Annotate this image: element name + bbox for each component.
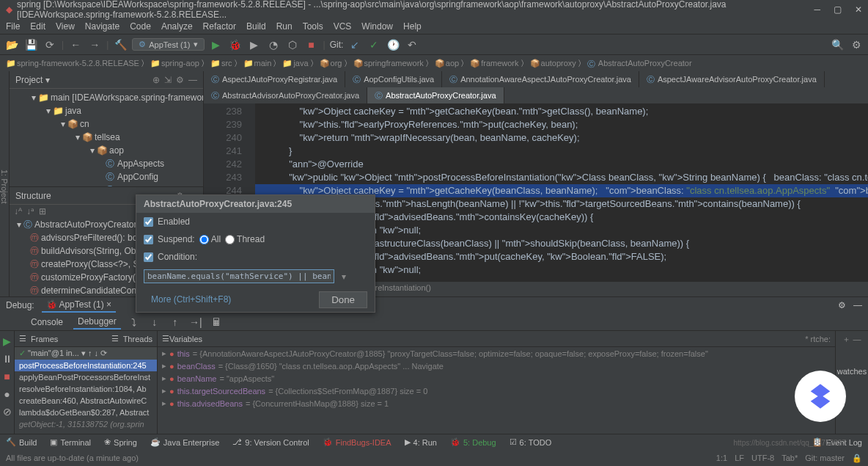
menu-build[interactable]: Build (246, 21, 266, 32)
stop-icon[interactable]: ■ (304, 37, 319, 52)
tw-terminal[interactable]: ▣ Terminal (50, 437, 91, 447)
debugger-tab[interactable]: Debugger (73, 315, 121, 330)
stop-icon[interactable]: ■ (0, 369, 15, 384)
tw-todo[interactable]: ☑ 6: TODO (510, 437, 552, 447)
collapse-icon[interactable]: ⇲ (164, 75, 172, 85)
step-out-icon[interactable]: ↑ (168, 315, 183, 330)
debug-session-tab[interactable]: 🐞 AppTest (1) × (42, 298, 116, 313)
enabled-checkbox[interactable] (144, 217, 153, 227)
suspend-all-radio[interactable] (199, 235, 209, 244)
tw-findbugs[interactable]: 🐞 FindBugs-IDEA (323, 437, 391, 447)
tw-run[interactable]: ▶ 4: Run (405, 437, 437, 447)
run-to-cursor-icon[interactable]: →| (188, 315, 203, 330)
bc-root[interactable]: 📁spring-framework-5.2.8.RELEASE (6, 59, 139, 68)
tree-tellsea[interactable]: ▾📦tellsea (10, 131, 203, 144)
menu-window[interactable]: Window (361, 21, 393, 32)
tree-file[interactable]: ⒸAppConfig (10, 170, 203, 183)
console-tab[interactable]: Console (26, 316, 67, 329)
bc-ap[interactable]: 📦autoproxy (530, 59, 576, 68)
menu-edit[interactable]: Edit (30, 21, 45, 32)
add-watch-icon[interactable]: ＋ — (836, 334, 868, 345)
bc-main[interactable]: 📁main (243, 59, 272, 68)
git-revert-icon[interactable]: ↶ (405, 37, 419, 52)
variable-row[interactable]: ▸ ● beanClass = {Class@1650} "class cn.t… (158, 360, 835, 372)
indent[interactable]: Tab* (781, 454, 798, 463)
tw-spring[interactable]: ❀ Spring (104, 437, 137, 447)
project-tree[interactable]: ▾📁main [IDEAWorkspace.spring-framework-5… (10, 89, 203, 186)
build-icon[interactable]: 🔨 (113, 37, 128, 52)
close-icon[interactable]: × (106, 299, 111, 310)
variable-row[interactable]: ▸ ● beanName = "appAspects" (158, 372, 835, 385)
menu-navigate[interactable]: Navigate (85, 21, 119, 32)
hide-icon[interactable]: — (853, 300, 862, 310)
bc-org[interactable]: 📦org (320, 59, 342, 68)
resume-icon[interactable]: ▶ (0, 334, 15, 349)
profile-icon[interactable]: ◔ (266, 37, 281, 52)
sort-icon[interactable]: ↓ᴬ (14, 206, 22, 216)
settings-icon[interactable]: ⚙ (849, 37, 864, 52)
encoding[interactable]: UTF-8 (751, 454, 774, 463)
variable-row[interactable]: ▸ ● this.targetSourcedBeans = {Collectio… (158, 385, 835, 397)
menu-code[interactable]: Code (130, 21, 151, 32)
gear-icon[interactable]: ⚙ (176, 75, 184, 85)
frame-item[interactable]: postProcessBeforeInstantiation:245 (15, 360, 157, 371)
back-icon[interactable]: ← (68, 37, 83, 52)
bc-class[interactable]: ⒸAbstractAutoProxyCreator (587, 59, 692, 68)
tw-javaent[interactable]: ☕ Java Enterprise (150, 437, 219, 447)
filter-icon[interactable]: ⊞ (39, 206, 46, 216)
bc-src[interactable]: 📁src (210, 59, 232, 68)
save-icon[interactable]: 💾 (23, 37, 38, 52)
tree-aop[interactable]: ▾📦aop (10, 144, 203, 157)
git-update-icon[interactable]: ↙ (347, 37, 362, 52)
chevron-down-icon[interactable]: ▾ (45, 75, 50, 85)
maximize-icon[interactable]: ▢ (834, 4, 842, 15)
step-over-icon[interactable]: ⤵ (127, 315, 141, 330)
step-into-icon[interactable]: ↓ (147, 315, 162, 330)
attach-icon[interactable]: ⬡ (285, 37, 300, 52)
evaluate-icon[interactable]: 🖩 (209, 315, 224, 330)
menu-tools[interactable]: Tools (303, 21, 323, 32)
more-link[interactable]: More (Ctrl+Shift+F8) (144, 291, 238, 308)
bc-java[interactable]: 📁java (282, 59, 308, 68)
frame-item[interactable]: resolveBeforeInstantiation:1084, Ab (15, 383, 157, 395)
condition-checkbox[interactable] (144, 252, 153, 262)
tab-project[interactable]: 1: Project (0, 170, 9, 203)
variable-row[interactable]: ▸ ● this = {AnnotationAwareAspectJAutoPr… (158, 347, 835, 360)
tab-active[interactable]: ⒸAbstractAutoProxyCreator.java (367, 87, 504, 103)
tw-vc[interactable]: ⎇ 9: Version Control (232, 437, 309, 447)
mute-icon[interactable]: ⊘ (0, 404, 15, 419)
forward-icon[interactable]: → (87, 37, 102, 52)
cursor-pos[interactable]: 1:1 (716, 454, 727, 463)
close-icon[interactable]: ✕ (855, 4, 862, 15)
tw-debug[interactable]: 🐞 5: Debug (450, 437, 496, 447)
bc-module[interactable]: 📁spring-aop (150, 59, 199, 68)
tw-build[interactable]: 🔨 Build (6, 437, 37, 447)
variables-body[interactable]: ▸ ● this = {AnnotationAwareAspectJAutoPr… (158, 347, 835, 409)
open-icon[interactable]: 📂 (4, 37, 19, 52)
coverage-icon[interactable]: ▶ (247, 37, 262, 52)
frame-item[interactable]: lambda$doGetBean$0:287, Abstract (15, 407, 157, 418)
refresh-icon[interactable]: ⟳ (43, 37, 57, 52)
frame-item[interactable]: createBean:460, AbstractAutowireC (15, 395, 157, 407)
pause-icon[interactable]: ⏸ (0, 352, 15, 366)
target-icon[interactable]: ⊕ (152, 75, 160, 85)
line-sep[interactable]: LF (735, 454, 744, 463)
hide-icon[interactable]: — (188, 75, 197, 85)
git-commit-icon[interactable]: ✓ (367, 37, 381, 52)
git-history-icon[interactable]: 🕐 (386, 37, 400, 52)
condition-input[interactable] (144, 269, 334, 283)
git-branch[interactable]: Git: master (805, 454, 845, 463)
tree-file[interactable]: ⒸAppAspects (10, 157, 203, 170)
tab[interactable]: ⒸAbstractAdvisorAutoProxyCreator.java (204, 87, 367, 103)
menu-run[interactable]: Run (276, 21, 293, 32)
menu-view[interactable]: View (56, 21, 75, 32)
frame-item[interactable]: applyBeanPostProcessorsBeforeInst (15, 371, 157, 383)
suspend-checkbox[interactable] (144, 235, 153, 244)
variable-row[interactable]: ▸ ● this.advisedBeans = {ConcurrentHashM… (158, 397, 835, 409)
done-button[interactable]: Done (319, 291, 367, 308)
frame-item[interactable]: getObject:-1, 315138752 (org.sprin (15, 418, 157, 430)
search-icon[interactable]: 🔍 (830, 37, 845, 52)
gear-icon[interactable]: ⚙ (838, 300, 846, 310)
minimize-icon[interactable]: ─ (814, 4, 820, 15)
tab[interactable]: ⒸAspectJAutoProxyRegistrar.java (204, 71, 345, 87)
